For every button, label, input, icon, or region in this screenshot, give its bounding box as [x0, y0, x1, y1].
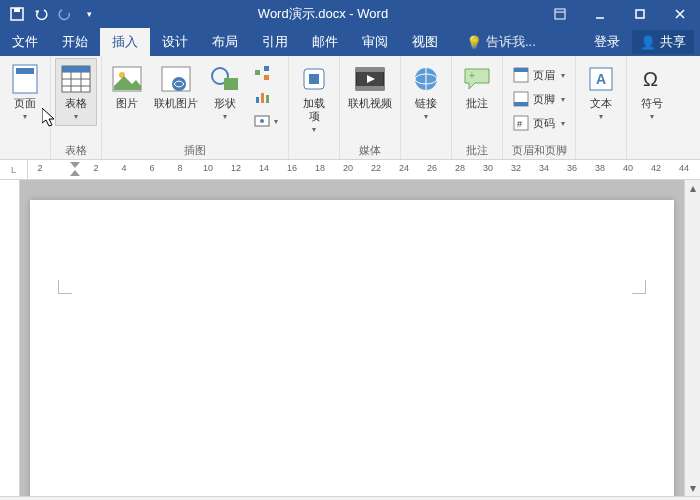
ribbon-options-button[interactable]: [540, 0, 580, 28]
svg-rect-9: [16, 68, 34, 74]
bulb-icon: 💡: [466, 35, 482, 50]
smartart-button[interactable]: [250, 62, 282, 84]
qat-customize[interactable]: ▾: [78, 3, 100, 25]
undo-button[interactable]: [30, 3, 52, 25]
svg-text:#: #: [517, 119, 522, 129]
online-picture-icon: [160, 63, 192, 95]
page-number-button[interactable]: #页码▾: [509, 112, 569, 134]
minimize-button[interactable]: [580, 0, 620, 28]
chart-button[interactable]: [250, 86, 282, 108]
svg-rect-23: [255, 70, 260, 75]
ribbon: 页面▾ 表格▾ 表格 图片 联机图片 形状▾: [0, 56, 700, 160]
shapes-button[interactable]: 形状▾: [204, 58, 246, 126]
header-icon: [513, 67, 529, 83]
svg-rect-34: [356, 86, 384, 90]
svg-rect-1: [14, 8, 20, 12]
svg-rect-42: [514, 102, 528, 106]
svg-text:Ω: Ω: [643, 68, 658, 90]
page-number-icon: #: [513, 115, 529, 131]
tab-insert[interactable]: 插入: [100, 28, 150, 56]
svg-text:A: A: [596, 71, 606, 87]
group-symbols: Ω 符号▾: [627, 56, 677, 159]
tab-home[interactable]: 开始: [50, 28, 100, 56]
tell-me-search[interactable]: 💡告诉我...: [450, 33, 586, 51]
group-header-footer: 页眉▾ 页脚▾ #页码▾ 页眉和页脚: [503, 56, 576, 159]
tab-design[interactable]: 设计: [150, 28, 200, 56]
redo-button[interactable]: [54, 3, 76, 25]
share-button[interactable]: 👤共享: [632, 30, 694, 54]
group-label-media: 媒体: [344, 141, 396, 159]
margin-corner-tr: [632, 280, 646, 294]
document-area: ▴ ▾: [0, 180, 700, 496]
chart-icon: [254, 89, 270, 105]
login-link[interactable]: 登录: [586, 33, 628, 51]
group-label-headerfooter: 页眉和页脚: [507, 141, 571, 159]
document-page[interactable]: [30, 200, 674, 496]
tab-layout[interactable]: 布局: [200, 28, 250, 56]
tab-mail[interactable]: 邮件: [300, 28, 350, 56]
links-button[interactable]: 链接▾: [405, 58, 447, 126]
symbols-button[interactable]: Ω 符号▾: [631, 58, 673, 126]
svg-rect-2: [555, 9, 565, 19]
page-viewport[interactable]: [20, 180, 684, 496]
group-links: 链接▾: [401, 56, 452, 159]
svg-rect-40: [514, 68, 528, 72]
indent-marker[interactable]: [70, 162, 80, 176]
window-controls: [540, 0, 700, 28]
maximize-button[interactable]: [620, 0, 660, 28]
svg-rect-5: [636, 10, 644, 18]
footer-icon: [513, 91, 529, 107]
group-comments: + 批注 批注: [452, 56, 503, 159]
video-icon: [354, 63, 386, 95]
svg-rect-27: [261, 93, 264, 103]
footer-button[interactable]: 页脚▾: [509, 88, 569, 110]
symbol-icon: Ω: [636, 63, 668, 95]
table-button[interactable]: 表格▾: [55, 58, 97, 126]
vertical-ruler[interactable]: [0, 180, 20, 496]
svg-rect-25: [264, 75, 269, 80]
share-icon: 👤: [640, 35, 656, 50]
group-addins: 加载 项▾: [289, 56, 340, 159]
svg-rect-26: [256, 97, 259, 103]
svg-text:+: +: [469, 70, 475, 81]
close-button[interactable]: [660, 0, 700, 28]
cover-page-button[interactable]: 页面▾: [4, 58, 46, 126]
group-media: 联机视频 媒体: [340, 56, 401, 159]
tab-references[interactable]: 引用: [250, 28, 300, 56]
margin-corner-tl: [58, 280, 72, 294]
quick-access-toolbar: ▾: [0, 3, 106, 25]
link-icon: [410, 63, 442, 95]
tab-review[interactable]: 审阅: [350, 28, 400, 56]
vertical-scrollbar[interactable]: ▴ ▾: [684, 180, 700, 496]
picture-button[interactable]: 图片: [106, 58, 148, 115]
online-video-button[interactable]: 联机视频: [344, 58, 396, 115]
group-tables: 表格▾ 表格: [51, 56, 102, 159]
save-button[interactable]: [6, 3, 28, 25]
status-bar: 第 1 页，共 1 页 0 个字 中文(中国) − + 100%: [0, 496, 700, 500]
online-picture-button[interactable]: 联机图片: [150, 58, 202, 115]
header-button[interactable]: 页眉▾: [509, 64, 569, 86]
scroll-up-button[interactable]: ▴: [685, 180, 700, 196]
title-bar: ▾ Word演示.docx - Word: [0, 0, 700, 28]
comment-button[interactable]: + 批注: [456, 58, 498, 115]
svg-rect-16: [62, 66, 90, 72]
horizontal-ruler[interactable]: 2246810121416182022242628303234363840424…: [28, 160, 700, 179]
text-button[interactable]: A 文本▾: [580, 58, 622, 126]
group-label-comments: 批注: [456, 141, 498, 159]
horizontal-ruler-area: L 22468101214161820222426283032343638404…: [0, 160, 700, 180]
picture-icon: [111, 63, 143, 95]
group-label-tables: 表格: [55, 141, 97, 159]
svg-rect-22: [224, 78, 238, 90]
shapes-icon: [209, 63, 241, 95]
svg-point-30: [260, 119, 264, 123]
window-title: Word演示.docx - Word: [106, 5, 540, 23]
svg-rect-33: [356, 68, 384, 72]
group-text: A 文本▾: [576, 56, 627, 159]
addins-button[interactable]: 加载 项▾: [293, 58, 335, 139]
tab-view[interactable]: 视图: [400, 28, 450, 56]
scroll-down-button[interactable]: ▾: [685, 480, 700, 496]
screenshot-button[interactable]: ▾: [250, 110, 282, 132]
tab-file[interactable]: 文件: [0, 28, 50, 56]
ruler-corner[interactable]: L: [0, 160, 28, 179]
comment-icon: +: [461, 63, 493, 95]
